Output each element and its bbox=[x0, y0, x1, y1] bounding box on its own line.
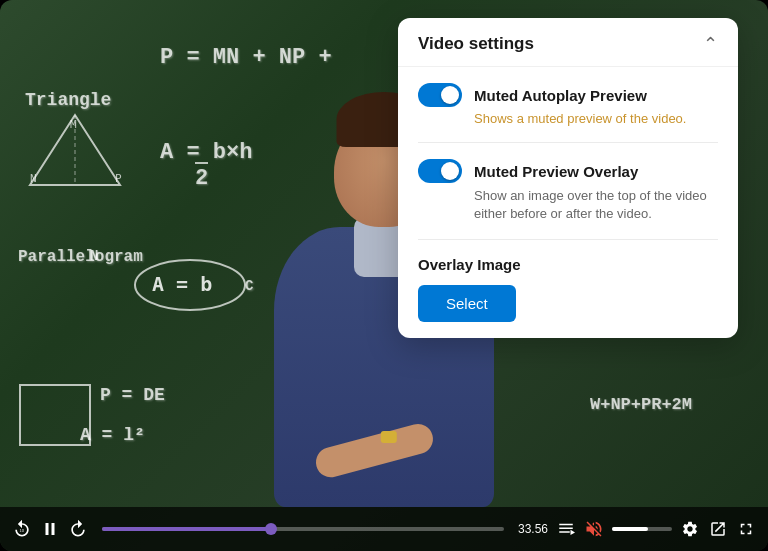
triangle-diagram: N P M bbox=[25, 110, 125, 190]
playlist-icon bbox=[557, 520, 575, 538]
gear-icon bbox=[681, 520, 699, 538]
playlist-button[interactable] bbox=[556, 520, 576, 538]
overlay-image-label: Overlay Image bbox=[418, 256, 718, 273]
progress-bar[interactable] bbox=[102, 527, 504, 531]
video-settings-panel: Video settings ⌃ Muted Autoplay Preview … bbox=[398, 18, 738, 338]
volume-slider[interactable] bbox=[612, 527, 672, 531]
muted-overlay-toggle[interactable] bbox=[418, 159, 462, 183]
fullscreen-icon bbox=[737, 520, 755, 538]
muted-autoplay-toggle[interactable] bbox=[418, 83, 462, 107]
divider-2 bbox=[418, 239, 718, 240]
muted-autoplay-label: Muted Autoplay Preview bbox=[474, 87, 647, 104]
video-player: Triangle N P M P = MN + NP + A = b×h 2 P… bbox=[0, 0, 768, 551]
toggle-thumb-2 bbox=[441, 162, 459, 180]
muted-autoplay-setting: Muted Autoplay Preview Shows a muted pre… bbox=[418, 83, 718, 126]
chalk-text-al2: A = l² bbox=[80, 425, 145, 445]
svg-marker-14 bbox=[571, 530, 576, 535]
svg-text:10: 10 bbox=[20, 528, 25, 533]
toggle-track-2 bbox=[418, 159, 462, 183]
progress-area[interactable] bbox=[102, 527, 504, 531]
chalk-text-wnp: W+NP+PR+2M bbox=[590, 395, 692, 414]
muted-overlay-desc: Show an image over the top of the video … bbox=[418, 187, 718, 223]
muted-overlay-header: Muted Preview Overlay bbox=[418, 159, 718, 183]
svg-rect-10 bbox=[52, 523, 55, 535]
muted-overlay-label: Muted Preview Overlay bbox=[474, 163, 638, 180]
rewind-icon: 10 bbox=[12, 519, 32, 539]
chalk-text-parallelogram: Parallelogram bbox=[18, 248, 143, 266]
panel-close-button[interactable]: ⌃ bbox=[703, 35, 718, 53]
progress-fill bbox=[102, 527, 271, 531]
svg-text:N: N bbox=[30, 172, 37, 185]
controls-bar: 10 33.56 bbox=[0, 507, 768, 551]
overlay-image-section: Overlay Image Select bbox=[418, 256, 718, 322]
chalk-text-triangle: Triangle bbox=[25, 90, 111, 110]
svg-text:P: P bbox=[115, 172, 122, 185]
svg-rect-9 bbox=[46, 523, 49, 535]
volume-fill bbox=[612, 527, 648, 531]
time-display: 33.56 bbox=[518, 522, 548, 536]
svg-rect-11 bbox=[559, 524, 573, 526]
panel-title: Video settings bbox=[418, 34, 534, 54]
panel-header: Video settings ⌃ bbox=[398, 18, 738, 67]
divider-1 bbox=[418, 142, 718, 143]
pause-icon bbox=[41, 520, 59, 538]
settings-button[interactable] bbox=[680, 520, 700, 538]
select-button[interactable]: Select bbox=[418, 285, 516, 322]
toggle-thumb-1 bbox=[441, 86, 459, 104]
muted-autoplay-header: Muted Autoplay Preview bbox=[418, 83, 718, 107]
share-icon bbox=[709, 520, 727, 538]
progress-thumb bbox=[265, 523, 277, 535]
svg-rect-13 bbox=[559, 531, 570, 533]
svg-text:A = b: A = b bbox=[152, 272, 212, 296]
chalk-label-n: N bbox=[90, 248, 98, 264]
muted-autoplay-desc: Shows a muted preview of the video. bbox=[418, 111, 718, 126]
fullscreen-button[interactable] bbox=[736, 520, 756, 538]
share-button[interactable] bbox=[708, 520, 728, 538]
chalk-text-pde: P = DE bbox=[100, 385, 165, 405]
forward-button[interactable] bbox=[68, 519, 88, 539]
muted-overlay-setting: Muted Preview Overlay Show an image over… bbox=[418, 159, 718, 223]
panel-body: Muted Autoplay Preview Shows a muted pre… bbox=[398, 67, 738, 338]
rewind-button[interactable]: 10 bbox=[12, 519, 32, 539]
forward-icon bbox=[68, 519, 88, 539]
volume-mute-icon bbox=[584, 519, 604, 539]
chalk-text-eq1: P = MN + NP + bbox=[160, 45, 332, 70]
volume-mute-button[interactable] bbox=[584, 519, 604, 539]
svg-rect-12 bbox=[559, 528, 573, 530]
toggle-track-1 bbox=[418, 83, 462, 107]
svg-text:M: M bbox=[70, 118, 77, 131]
chalk-text-eq3: 2 bbox=[195, 162, 208, 191]
pause-button[interactable] bbox=[40, 520, 60, 538]
